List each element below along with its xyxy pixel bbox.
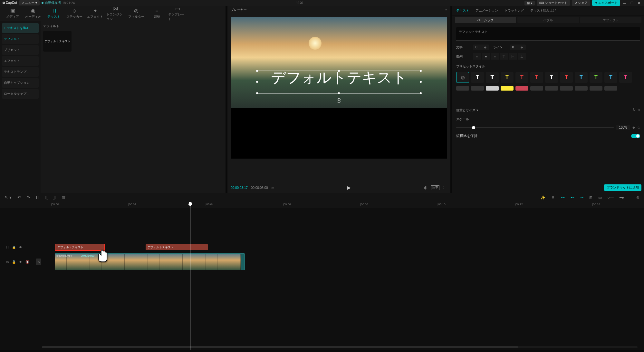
- subtab-effect[interactable]: エフェクト: [580, 17, 641, 23]
- preset-bar-1[interactable]: [471, 86, 484, 91]
- link-tool-2[interactable]: ⊷: [571, 195, 574, 200]
- preset-style-7[interactable]: T: [575, 72, 588, 83]
- preset-style-6[interactable]: T: [560, 72, 573, 83]
- line-spacing-input[interactable]: 0◆: [510, 44, 526, 50]
- align-bottom-button[interactable]: ⊥: [518, 53, 526, 60]
- resize-handle-sw[interactable]: [256, 92, 258, 94]
- text-clip-2[interactable]: デフォルトテキスト: [146, 244, 208, 250]
- preset-bar-6[interactable]: [545, 86, 558, 91]
- sidebar-effect[interactable]: エフェクト: [2, 56, 39, 66]
- preset-style-8[interactable]: T: [590, 72, 602, 83]
- tab-filter[interactable]: ◎フィルター: [126, 7, 146, 20]
- snap-tool[interactable]: ⊞: [589, 195, 592, 200]
- loop-icon[interactable]: ▭: [271, 186, 274, 190]
- sidebar-preset[interactable]: プリセット: [2, 45, 39, 55]
- preset-bar-8[interactable]: [575, 86, 588, 91]
- preset-bar-0[interactable]: [456, 86, 469, 91]
- share-button[interactable]: ↗ シェア: [572, 0, 590, 6]
- scale-keyframe-icon[interactable]: ◇: [638, 125, 640, 130]
- split-right-button[interactable]: ]I: [53, 195, 56, 200]
- menu-button[interactable]: メニュー ▾: [19, 0, 40, 5]
- tab-media[interactable]: ▣メディア: [3, 7, 23, 20]
- track-visibility-icon[interactable]: 👁: [19, 246, 22, 249]
- sidebar-text-template[interactable]: テキストテンプ…: [2, 67, 39, 77]
- frame-button[interactable]: ◎: [424, 185, 427, 190]
- split-left-button[interactable]: I[: [45, 195, 47, 200]
- preset-bar-7[interactable]: [560, 86, 573, 91]
- delete-button[interactable]: 🗑: [62, 195, 66, 200]
- rotate-handle[interactable]: ⊗: [337, 98, 341, 103]
- maximize-button[interactable]: ☐: [629, 1, 634, 5]
- subtab-basic[interactable]: ベーシック: [455, 17, 516, 23]
- zoom-out[interactable]: ○—: [608, 195, 614, 200]
- preset-style-3[interactable]: T: [515, 72, 528, 83]
- ratio-button[interactable]: 比率: [431, 185, 439, 190]
- align-right-button[interactable]: ≡: [491, 53, 499, 60]
- player-viewport[interactable]: ⊗ デフォルトテキスト: [231, 17, 447, 159]
- default-text-preset[interactable]: デフォルトテキスト: [43, 31, 72, 52]
- timeline-ruler[interactable]: |00:00|00:02|00:04|00:06|00:08|00:10|00:…: [0, 202, 644, 208]
- scale-stepper-icon[interactable]: ◆: [632, 125, 635, 130]
- align-top-button[interactable]: ⊤: [500, 53, 508, 60]
- align-left-button[interactable]: ≡: [473, 53, 481, 60]
- tab-text-props[interactable]: テキスト: [456, 6, 469, 15]
- sidebar-auto-caption[interactable]: 自動キャプション: [2, 78, 39, 88]
- preset-style-0[interactable]: T: [471, 72, 484, 83]
- zoom-slider[interactable]: ━●: [620, 195, 624, 200]
- char-spacing-input[interactable]: 0◆: [473, 44, 489, 50]
- auto-tool[interactable]: ✨: [541, 195, 545, 200]
- split-button[interactable]: I I: [36, 195, 40, 200]
- redo-button[interactable]: ↷: [27, 195, 30, 200]
- tab-text[interactable]: TIテキスト: [44, 7, 64, 20]
- resize-handle-w[interactable]: [256, 81, 258, 83]
- tab-effect[interactable]: ✦エフェクト: [85, 7, 105, 20]
- brand-kit-button[interactable]: ブランドキットに追加: [604, 184, 641, 191]
- layout-button[interactable]: ⊞ ▾: [524, 1, 535, 5]
- timeline-scrollbar[interactable]: [42, 346, 638, 348]
- tab-animation[interactable]: アニメーション: [476, 6, 498, 15]
- undo-button[interactable]: ↶: [17, 195, 21, 200]
- preview-tool[interactable]: ▭: [598, 195, 602, 200]
- preset-style-10[interactable]: T: [619, 72, 632, 83]
- export-button[interactable]: ⬆ エクスポート: [592, 0, 620, 6]
- preset-bar-3[interactable]: [501, 86, 514, 91]
- preset-style-1[interactable]: T: [486, 72, 499, 83]
- tab-adjust[interactable]: ≡調整: [147, 7, 167, 20]
- preset-style-9[interactable]: T: [604, 72, 617, 83]
- keyframe-icon[interactable]: ◇: [638, 108, 640, 112]
- video-clip[interactable]: example.mp4 00:00:05:00: [55, 253, 245, 270]
- track-lock-icon[interactable]: 🔒: [12, 246, 16, 249]
- mic-tool[interactable]: 🎙: [551, 195, 555, 200]
- resize-handle-s[interactable]: [338, 92, 340, 94]
- scale-slider[interactable]: [456, 127, 614, 128]
- preset-bar-4[interactable]: [515, 86, 528, 91]
- zoom-fit[interactable]: ⊕: [636, 195, 639, 200]
- tab-sticker[interactable]: ☺ステッカー: [64, 7, 84, 20]
- preset-bar-9[interactable]: [590, 86, 602, 91]
- preset-bar-5[interactable]: [530, 86, 543, 91]
- fullscreen-button[interactable]: ⛶: [443, 185, 447, 190]
- preset-style-4[interactable]: T: [530, 72, 543, 83]
- player-menu-icon[interactable]: ≡: [445, 8, 447, 12]
- tab-transition[interactable]: ⋈トランジション: [106, 7, 126, 20]
- preset-bar-10[interactable]: [604, 86, 617, 91]
- link-tool-3[interactable]: ⊸: [580, 195, 583, 200]
- track-lock-icon[interactable]: 🔒: [12, 260, 16, 264]
- sidebar-local-caption[interactable]: ローカルキャプ…: [2, 89, 39, 99]
- shortcut-button[interactable]: ⌨ ショートカット: [537, 0, 570, 6]
- link-tool-1[interactable]: ⊶: [561, 195, 565, 200]
- resize-handle-se[interactable]: [420, 92, 422, 94]
- scale-value[interactable]: 100%: [616, 125, 630, 130]
- aspect-ratio-toggle[interactable]: [631, 134, 640, 138]
- tab-audio[interactable]: ◉オーディオ: [23, 7, 43, 20]
- track-visibility-icon[interactable]: 👁: [19, 260, 22, 264]
- align-center-button[interactable]: ≡: [482, 53, 490, 60]
- tab-tracking[interactable]: トラッキング: [505, 6, 524, 15]
- sidebar-default[interactable]: デフォルト: [2, 34, 39, 44]
- reset-icon[interactable]: ↻: [633, 108, 636, 112]
- track-mute-icon[interactable]: 🔇: [25, 260, 29, 264]
- resize-handle-nw[interactable]: [256, 70, 258, 72]
- tab-template[interactable]: ▭テンプレート: [168, 7, 187, 20]
- minimize-button[interactable]: —: [622, 1, 627, 5]
- track-edit-icon[interactable]: ✎: [36, 259, 41, 265]
